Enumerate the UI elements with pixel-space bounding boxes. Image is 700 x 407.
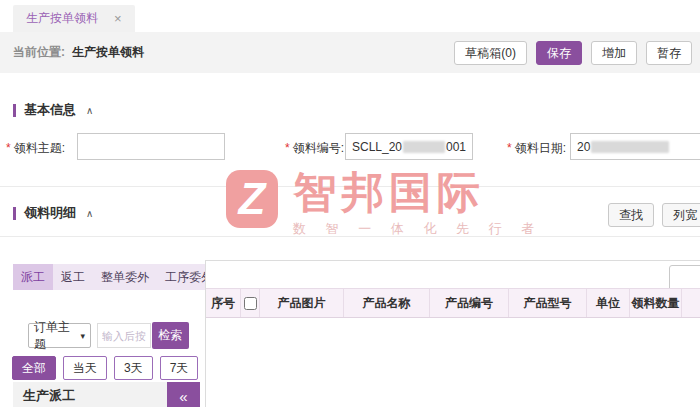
tab-rework[interactable]: 返工 — [53, 264, 93, 290]
redacted-text — [403, 141, 445, 153]
col-qty: 领料数量 — [630, 289, 682, 317]
col-checkbox — [241, 289, 260, 317]
collapse-panel-icon[interactable]: « — [167, 382, 200, 407]
app-window: 生产按单领料 × 当前位置: 生产按单领料 草稿箱(0) 保存 增加 暂存 基本… — [0, 0, 700, 407]
table-header-row: 序号 产品图片 产品名称 产品编号 产品型号 单位 领料数量 — [206, 288, 700, 318]
breadcrumb-label: 当前位置: — [13, 44, 65, 61]
col-unit: 单位 — [587, 289, 630, 317]
redacted-text — [591, 141, 669, 153]
filter-all-button[interactable]: 全部 — [12, 356, 56, 380]
date-value-prefix: 20 — [577, 140, 590, 154]
tab-production-requisition[interactable]: 生产按单领料 × — [13, 5, 135, 32]
panel-title: 生产派工 — [23, 387, 75, 405]
filter-3day-button[interactable]: 3天 — [114, 356, 153, 380]
close-icon[interactable]: × — [114, 11, 122, 26]
column-width-button[interactable]: 列宽 — [662, 203, 700, 227]
search-field-selected: 订单主题 — [34, 319, 80, 353]
basic-info-title: 基本信息 — [24, 101, 76, 119]
chevron-up-icon[interactable]: ∧ — [86, 105, 93, 116]
draftbox-button[interactable]: 草稿箱(0) — [454, 41, 527, 65]
number-value-suffix: 001 — [446, 140, 466, 154]
select-all-checkbox[interactable] — [244, 297, 257, 310]
col-extra — [682, 289, 700, 317]
save-button[interactable]: 保存 — [536, 41, 582, 65]
tab-bar: 生产按单领料 × — [0, 0, 700, 32]
brand-logo-icon: Z — [226, 170, 278, 228]
detail-actions: 查找 列宽 — [608, 203, 700, 227]
panel-footer: 生产派工 « — [13, 382, 200, 407]
subject-label: *领料主题: — [6, 140, 65, 157]
col-seq: 序号 — [206, 289, 241, 317]
date-filters: 全部 当天 3天 7天 — [12, 356, 198, 380]
add-button[interactable]: 增加 — [591, 41, 637, 65]
detail-header: 领料明细 ∧ — [13, 204, 93, 222]
required-mark: * — [285, 141, 290, 155]
filter-7day-button[interactable]: 7天 — [160, 356, 199, 380]
required-mark: * — [6, 141, 11, 155]
search-input[interactable] — [97, 323, 151, 348]
chevron-up-icon[interactable]: ∧ — [86, 208, 93, 219]
number-value-prefix: SCLL_20 — [352, 140, 402, 154]
chevron-down-icon: ▾ — [80, 331, 85, 341]
date-label: *领料日期: — [507, 140, 566, 157]
filter-today-button[interactable]: 当天 — [63, 356, 107, 380]
tab-dispatch[interactable]: 派工 — [13, 264, 53, 290]
col-product-name: 产品名称 — [344, 289, 430, 317]
watermark: Z 智邦国际 数 智 一 体 化 先 行 者 — [226, 170, 542, 238]
hold-button[interactable]: 暂存 — [646, 41, 692, 65]
breadcrumb-current: 生产按单领料 — [72, 44, 144, 61]
source-tabs: 派工 返工 整单委外 工序委外 — [13, 264, 227, 290]
basic-info-header: 基本信息 ∧ — [13, 101, 93, 119]
col-product-image: 产品图片 — [260, 289, 344, 317]
search-button[interactable]: 检索 — [152, 322, 189, 349]
col-product-code: 产品编号 — [430, 289, 509, 317]
section-divider — [0, 236, 700, 237]
subject-input[interactable] — [77, 133, 225, 160]
detail-table: 序号 产品图片 产品名称 产品编号 产品型号 单位 领料数量 — [205, 260, 700, 407]
section-divider — [0, 186, 700, 187]
search-field-select[interactable]: 订单主题 ▾ — [28, 323, 91, 348]
number-input[interactable]: SCLL_20001 — [345, 133, 473, 160]
toolbar: 草稿箱(0) 保存 增加 暂存 — [454, 41, 692, 65]
detail-title: 领料明细 — [24, 204, 76, 222]
tab-label: 生产按单领料 — [26, 10, 98, 27]
section-accent-bar — [13, 207, 16, 220]
date-input[interactable]: 20 — [570, 133, 700, 160]
required-mark: * — [507, 141, 512, 155]
section-accent-bar — [13, 104, 16, 117]
col-product-model: 产品型号 — [509, 289, 587, 317]
watermark-text: 智邦国际 数 智 一 体 化 先 行 者 — [293, 170, 542, 238]
tab-whole-outsource[interactable]: 整单委外 — [93, 264, 157, 290]
breadcrumb-bar: 当前位置: 生产按单领料 草稿箱(0) 保存 增加 暂存 — [0, 32, 700, 73]
find-button[interactable]: 查找 — [608, 203, 654, 227]
number-label: *领料编号: — [285, 140, 344, 157]
brand-name: 智邦国际 — [293, 170, 542, 215]
